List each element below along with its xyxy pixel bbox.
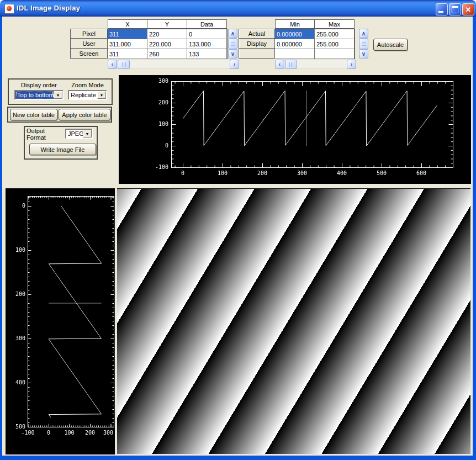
hscroll-thumb[interactable] (285, 60, 297, 69)
scroll-left-icon: ‹ (279, 62, 281, 67)
table-row: 0.000000255.000 (275, 39, 355, 49)
autoscale-button[interactable]: Autoscale (373, 39, 408, 51)
table-cell[interactable]: 133 (187, 49, 227, 59)
table-row (275, 49, 355, 59)
row-header: Pixel (70, 29, 108, 39)
scroll-right-button[interactable]: › (230, 60, 239, 69)
title-bar[interactable]: IDL Image Display ✕ (0, 0, 476, 17)
cursor-table-column-headers: XYData (108, 19, 227, 29)
chevron-down-icon: ▼ (56, 93, 60, 97)
cursor-table-hscrollbar[interactable]: ‹ › (108, 60, 239, 69)
image-display[interactable] (117, 188, 470, 454)
vscroll-thumb[interactable] (228, 38, 237, 49)
row-profile-plot (119, 75, 471, 184)
row-header: User (70, 39, 108, 49)
table-row: 3112200 (108, 29, 227, 39)
close-icon: ✕ (466, 6, 472, 13)
scroll-left-button[interactable]: ‹ (108, 60, 117, 69)
write-image-file-button[interactable]: Write Image File (29, 144, 96, 155)
range-table: 0.000000255.0000.000000255.000 (275, 29, 355, 59)
column-profile-plot (6, 188, 115, 454)
output-format-dropdown[interactable]: JPEG ▼ (65, 129, 93, 139)
table-cell[interactable]: 260 (147, 49, 187, 59)
maximize-icon (452, 6, 458, 13)
scroll-right-icon: › (351, 62, 352, 67)
window-title: IDL Image Display (17, 4, 80, 12)
range-table-row-headers: ActualDisplay (239, 29, 275, 59)
thumb-ridges-icon (289, 62, 293, 67)
zoom-mode-value: Replicate (69, 91, 97, 99)
row-header (239, 49, 275, 59)
scroll-down-button[interactable]: ∨ (359, 49, 368, 59)
row-profile-panel (119, 75, 471, 184)
table-cell[interactable]: 0.000000 (275, 29, 315, 39)
chevron-down-glyph: ▼ (100, 93, 104, 97)
row-header: Screen (70, 49, 108, 59)
column-header: Y (147, 19, 187, 29)
minimize-button[interactable] (436, 3, 448, 15)
column-profile-panel (6, 188, 115, 454)
dropdown-button[interactable]: ▼ (54, 91, 62, 99)
cursor-table-vscrollbar[interactable]: ∧ ∨ (228, 29, 237, 59)
range-table-vscrollbar[interactable]: ∧ ∨ (359, 29, 368, 59)
table-cell[interactable]: 255.000 (315, 39, 355, 49)
scroll-down-button[interactable]: ∨ (228, 49, 237, 59)
image-display-panel (117, 188, 470, 454)
table-cell[interactable]: 220.000 (147, 39, 187, 49)
row-header: Display (239, 39, 275, 49)
window-border-bottom (0, 456, 476, 460)
column-header: Data (187, 19, 227, 29)
app-icon (4, 4, 14, 14)
table-cell[interactable]: 311.000 (108, 39, 147, 49)
scroll-right-button[interactable]: › (347, 60, 356, 69)
table-cell[interactable]: 311 (108, 49, 147, 59)
scroll-down-icon: ∨ (231, 51, 235, 57)
table-cell[interactable] (275, 49, 315, 59)
display-order-value: Top to bottom (15, 91, 54, 99)
scroll-up-button[interactable]: ∧ (359, 29, 368, 38)
new-color-table-button[interactable]: New color table (10, 109, 57, 120)
chevron-down-icon[interactable]: ▼ (83, 130, 92, 138)
range-table-hscrollbar[interactable]: ‹ › (275, 60, 356, 69)
vscroll-thumb[interactable] (359, 38, 368, 49)
hscroll-thumb[interactable] (118, 60, 130, 69)
table-cell[interactable]: 311 (108, 29, 147, 39)
display-order-label: Display order (14, 81, 64, 88)
scroll-left-icon: ‹ (112, 62, 113, 67)
chevron-down-glyph: ▼ (86, 132, 89, 136)
scroll-up-icon: ∧ (362, 31, 366, 36)
close-button[interactable]: ✕ (462, 3, 474, 15)
output-format-value: JPEG (66, 130, 83, 138)
scroll-left-button[interactable]: ‹ (275, 60, 284, 69)
row-header: Actual (239, 29, 275, 39)
thumb-ridges-icon (362, 42, 366, 46)
thumb-ridges-icon (231, 42, 235, 46)
minimize-icon (438, 11, 443, 13)
table-cell[interactable] (315, 49, 355, 59)
apply-color-table-button[interactable]: Apply color table (59, 109, 110, 120)
idl-image-display-window: IDL Image Display ✕ XYData PixelUserScre… (0, 0, 476, 460)
scroll-right-icon: › (234, 62, 235, 67)
zoom-mode-dropdown[interactable]: Replicate ▼ (68, 90, 107, 100)
zoom-mode-label: Zoom Mode (68, 81, 107, 88)
table-row: 311.000220.000133.000 (108, 39, 227, 49)
column-header: Min (275, 19, 315, 29)
table-cell[interactable]: 255.000 (315, 29, 355, 39)
table-row: 0.000000255.000 (275, 29, 355, 39)
chevron-down-icon[interactable]: ▼ (97, 91, 106, 99)
table-cell[interactable]: 0.000000 (275, 39, 315, 49)
column-header: X (108, 19, 147, 29)
table-cell[interactable]: 220 (147, 29, 187, 39)
scroll-up-button[interactable]: ∧ (228, 29, 237, 38)
cursor-position-table: 3112200311.000220.000133.000311260133 (108, 29, 228, 59)
output-format-label: Output Format (27, 130, 65, 138)
scroll-up-icon: ∧ (231, 31, 235, 36)
thumb-ridges-icon (122, 62, 126, 67)
table-row: 311260133 (108, 49, 227, 59)
maximize-button[interactable] (449, 3, 461, 15)
table-cell[interactable]: 0 (187, 29, 227, 39)
cursor-table-row-headers: PixelUserScreen (70, 29, 108, 59)
table-cell[interactable]: 133.000 (187, 39, 227, 49)
display-order-dropdown[interactable]: Top to bottom ▼ (14, 90, 64, 100)
column-header: Max (315, 19, 355, 29)
